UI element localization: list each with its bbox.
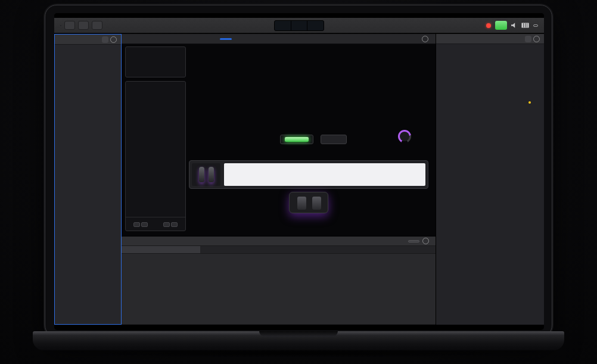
pedal-unit [289, 192, 328, 213]
wheel-box [192, 163, 220, 186]
tab-workspace[interactable] [220, 38, 232, 40]
channel-strips-header [436, 34, 544, 44]
pedal-right[interactable] [312, 197, 321, 210]
set-stepper [133, 222, 148, 227]
lcd-velocity [307, 21, 324, 30]
channel-strips-panel [436, 34, 544, 325]
record-icon[interactable] [486, 23, 491, 28]
center-panel [122, 34, 436, 325]
widget-footer [126, 217, 185, 231]
strips-body [436, 44, 544, 325]
patch-settings-menu-icon[interactable] [422, 238, 429, 244]
patch-settings-panel [122, 236, 436, 324]
piano-keys[interactable] [224, 163, 425, 186]
workspace-tabbar [122, 34, 436, 44]
workspace-menu-icon[interactable] [422, 36, 428, 42]
patch-tree [55, 45, 121, 324]
strips-menu-icon[interactable] [533, 36, 540, 42]
add-strip-button[interactable] [525, 36, 531, 42]
workspace [122, 44, 436, 236]
keyboard-section [189, 160, 428, 213]
display-button[interactable] [64, 21, 75, 30]
mod-wheel[interactable] [209, 167, 214, 182]
automation-indicator [528, 101, 531, 104]
keyboard-chassis [189, 160, 428, 189]
patch-prev-button[interactable] [163, 222, 170, 227]
main-area [54, 34, 544, 325]
keyboard-icon[interactable] [521, 23, 529, 28]
pedal-left[interactable] [297, 197, 306, 210]
tuner-button[interactable] [92, 21, 102, 30]
mode-switcher [60, 25, 61, 26]
desktop-background [0, 0, 597, 364]
set-next-button[interactable] [141, 222, 148, 227]
lcd-patch [275, 21, 291, 30]
patch-settings-header [122, 237, 436, 246]
speaker-icon[interactable] [511, 23, 517, 28]
play-button[interactable] [495, 21, 507, 30]
patch-list-header [55, 35, 121, 45]
laptop-bezel [45, 5, 552, 337]
library-columns [122, 254, 436, 324]
in-badge[interactable] [533, 24, 538, 27]
set-prev-button[interactable] [133, 222, 140, 227]
loop-button[interactable] [321, 135, 347, 144]
library-column-headers [122, 246, 436, 254]
main-volume-knob[interactable] [398, 130, 411, 143]
tab-patch-library[interactable] [122, 246, 200, 253]
add-patch-button[interactable] [102, 36, 108, 43]
lcd-beat [291, 21, 308, 30]
main-toolbar [54, 18, 544, 33]
patch-stepper [163, 222, 178, 227]
play-pause-button[interactable] [280, 135, 313, 144]
pitch-wheel[interactable] [199, 167, 204, 182]
lcd-display [274, 20, 324, 31]
patch-list-panel [54, 34, 122, 325]
help-button[interactable] [78, 21, 89, 30]
widget-list [126, 85, 185, 217]
laptop-screen [54, 13, 544, 330]
patch-list-widget[interactable] [125, 81, 186, 231]
laptop-base [33, 331, 564, 350]
toolbar-right [486, 21, 538, 30]
patch-name-display[interactable] [125, 46, 186, 77]
patch-list-menu-icon[interactable] [110, 36, 117, 43]
patch-next-button[interactable] [171, 222, 178, 227]
strips-row [438, 106, 542, 321]
get-more-sounds-button[interactable] [408, 240, 419, 242]
menu-strip [54, 13, 544, 18]
